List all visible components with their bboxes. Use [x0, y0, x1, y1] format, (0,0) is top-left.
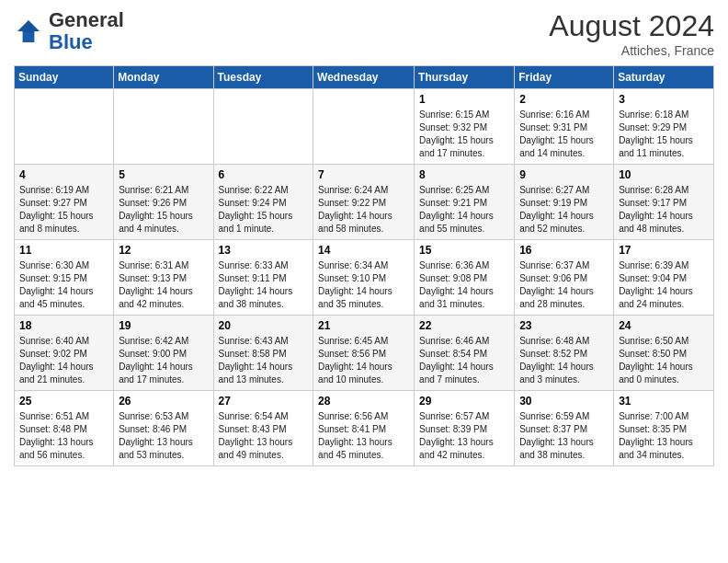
table-row: 30Sunrise: 6:59 AM Sunset: 8:37 PM Dayli… [515, 391, 614, 466]
day-info: Sunrise: 6:42 AM Sunset: 9:00 PM Dayligh… [119, 335, 208, 386]
day-number: 24 [619, 319, 709, 332]
day-number: 7 [318, 168, 409, 181]
day-number: 5 [119, 168, 208, 181]
month-title: August 2024 [549, 9, 714, 43]
day-number: 14 [318, 244, 409, 257]
day-number: 4 [19, 168, 108, 181]
day-number: 12 [119, 244, 208, 257]
table-row: 26Sunrise: 6:53 AM Sunset: 8:46 PM Dayli… [114, 391, 213, 466]
day-info: Sunrise: 6:18 AM Sunset: 9:29 PM Dayligh… [619, 109, 709, 160]
day-info: Sunrise: 6:59 AM Sunset: 8:37 PM Dayligh… [519, 410, 609, 462]
table-row: 16Sunrise: 6:37 AM Sunset: 9:06 PM Dayli… [515, 240, 614, 316]
day-info: Sunrise: 6:33 AM Sunset: 9:11 PM Dayligh… [219, 259, 309, 311]
day-info: Sunrise: 6:28 AM Sunset: 9:17 PM Dayligh… [619, 184, 709, 236]
day-info: Sunrise: 6:27 AM Sunset: 9:19 PM Dayligh… [519, 184, 609, 236]
day-number: 13 [219, 244, 309, 257]
day-number: 9 [519, 168, 609, 181]
table-row: 1Sunrise: 6:15 AM Sunset: 9:32 PM Daylig… [415, 89, 515, 165]
table-row [114, 89, 213, 165]
header-saturday: Saturday [614, 66, 714, 89]
day-number: 27 [219, 395, 309, 408]
logo-text: General Blue [49, 9, 124, 53]
header-tuesday: Tuesday [213, 66, 313, 89]
day-info: Sunrise: 6:50 AM Sunset: 8:50 PM Dayligh… [619, 335, 709, 386]
table-row: 25Sunrise: 6:51 AM Sunset: 8:48 PM Dayli… [15, 391, 114, 466]
day-number: 28 [318, 395, 409, 408]
day-number: 17 [619, 244, 709, 257]
table-row: 19Sunrise: 6:42 AM Sunset: 9:00 PM Dayli… [114, 316, 213, 391]
day-info: Sunrise: 6:37 AM Sunset: 9:06 PM Dayligh… [519, 259, 609, 311]
day-info: Sunrise: 6:34 AM Sunset: 9:10 PM Dayligh… [318, 259, 409, 311]
day-info: Sunrise: 6:45 AM Sunset: 8:56 PM Dayligh… [318, 335, 409, 386]
calendar-week-row: 11Sunrise: 6:30 AM Sunset: 9:15 PM Dayli… [15, 240, 714, 316]
day-info: Sunrise: 6:30 AM Sunset: 9:15 PM Dayligh… [19, 259, 108, 311]
day-info: Sunrise: 6:40 AM Sunset: 9:02 PM Dayligh… [19, 335, 108, 386]
table-row: 23Sunrise: 6:48 AM Sunset: 8:52 PM Dayli… [515, 316, 614, 391]
title-block: August 2024 Attiches, France [549, 9, 714, 58]
day-number: 18 [19, 319, 108, 332]
table-row: 28Sunrise: 6:56 AM Sunset: 8:41 PM Dayli… [313, 391, 415, 466]
day-number: 8 [419, 168, 509, 181]
table-row: 24Sunrise: 6:50 AM Sunset: 8:50 PM Dayli… [614, 316, 714, 391]
table-row: 7Sunrise: 6:24 AM Sunset: 9:22 PM Daylig… [313, 165, 415, 240]
day-info: Sunrise: 6:57 AM Sunset: 8:39 PM Dayligh… [419, 410, 509, 462]
day-info: Sunrise: 6:53 AM Sunset: 8:46 PM Dayligh… [119, 410, 208, 462]
day-number: 1 [419, 93, 509, 106]
table-row: 5Sunrise: 6:21 AM Sunset: 9:26 PM Daylig… [114, 165, 213, 240]
day-number: 29 [419, 395, 509, 408]
table-row [15, 89, 114, 165]
day-number: 15 [419, 244, 509, 257]
day-info: Sunrise: 6:56 AM Sunset: 8:41 PM Dayligh… [318, 410, 409, 462]
day-number: 6 [219, 168, 309, 181]
header-sunday: Sunday [15, 66, 114, 89]
svg-marker-1 [17, 20, 40, 33]
location: Attiches, France [549, 43, 714, 58]
table-row: 27Sunrise: 6:54 AM Sunset: 8:43 PM Dayli… [213, 391, 313, 466]
day-number: 19 [119, 319, 208, 332]
day-info: Sunrise: 6:22 AM Sunset: 9:24 PM Dayligh… [219, 184, 309, 236]
day-number: 2 [519, 93, 609, 106]
table-row: 6Sunrise: 6:22 AM Sunset: 9:24 PM Daylig… [213, 165, 313, 240]
day-number: 21 [318, 319, 409, 332]
day-info: Sunrise: 6:46 AM Sunset: 8:54 PM Dayligh… [419, 335, 509, 386]
table-row: 29Sunrise: 6:57 AM Sunset: 8:39 PM Dayli… [415, 391, 515, 466]
calendar-week-row: 18Sunrise: 6:40 AM Sunset: 9:02 PM Dayli… [15, 316, 714, 391]
header-thursday: Thursday [415, 66, 515, 89]
day-info: Sunrise: 6:43 AM Sunset: 8:58 PM Dayligh… [219, 335, 309, 386]
table-row: 13Sunrise: 6:33 AM Sunset: 9:11 PM Dayli… [213, 240, 313, 316]
day-number: 23 [519, 319, 609, 332]
day-info: Sunrise: 6:21 AM Sunset: 9:26 PM Dayligh… [119, 184, 208, 236]
day-info: Sunrise: 6:19 AM Sunset: 9:27 PM Dayligh… [19, 184, 108, 236]
day-number: 10 [619, 168, 709, 181]
table-row: 14Sunrise: 6:34 AM Sunset: 9:10 PM Dayli… [313, 240, 415, 316]
day-info: Sunrise: 6:15 AM Sunset: 9:32 PM Dayligh… [419, 109, 509, 160]
header-wednesday: Wednesday [313, 66, 415, 89]
calendar-header-row: Sunday Monday Tuesday Wednesday Thursday… [15, 66, 714, 89]
day-info: Sunrise: 6:24 AM Sunset: 9:22 PM Dayligh… [318, 184, 409, 236]
table-row: 8Sunrise: 6:25 AM Sunset: 9:21 PM Daylig… [415, 165, 515, 240]
day-number: 30 [519, 395, 609, 408]
day-number: 26 [119, 395, 208, 408]
header-friday: Friday [515, 66, 614, 89]
table-row: 22Sunrise: 6:46 AM Sunset: 8:54 PM Dayli… [415, 316, 515, 391]
day-info: Sunrise: 6:36 AM Sunset: 9:08 PM Dayligh… [419, 259, 509, 311]
table-row: 17Sunrise: 6:39 AM Sunset: 9:04 PM Dayli… [614, 240, 714, 316]
day-number: 3 [619, 93, 709, 106]
table-row: 2Sunrise: 6:16 AM Sunset: 9:31 PM Daylig… [515, 89, 614, 165]
table-row: 3Sunrise: 6:18 AM Sunset: 9:29 PM Daylig… [614, 89, 714, 165]
header-monday: Monday [114, 66, 213, 89]
day-number: 31 [619, 395, 709, 408]
day-info: Sunrise: 6:51 AM Sunset: 8:48 PM Dayligh… [19, 410, 108, 462]
table-row [213, 89, 313, 165]
calendar-table: Sunday Monday Tuesday Wednesday Thursday… [14, 65, 714, 466]
table-row: 12Sunrise: 6:31 AM Sunset: 9:13 PM Dayli… [114, 240, 213, 316]
day-info: Sunrise: 6:16 AM Sunset: 9:31 PM Dayligh… [519, 109, 609, 160]
calendar-week-row: 4Sunrise: 6:19 AM Sunset: 9:27 PM Daylig… [15, 165, 714, 240]
day-info: Sunrise: 6:54 AM Sunset: 8:43 PM Dayligh… [219, 410, 309, 462]
day-number: 11 [19, 244, 108, 257]
page-header: General Blue August 2024 Attiches, Franc… [14, 9, 714, 58]
table-row [313, 89, 415, 165]
day-number: 25 [19, 395, 108, 408]
day-number: 22 [419, 319, 509, 332]
table-row: 9Sunrise: 6:27 AM Sunset: 9:19 PM Daylig… [515, 165, 614, 240]
